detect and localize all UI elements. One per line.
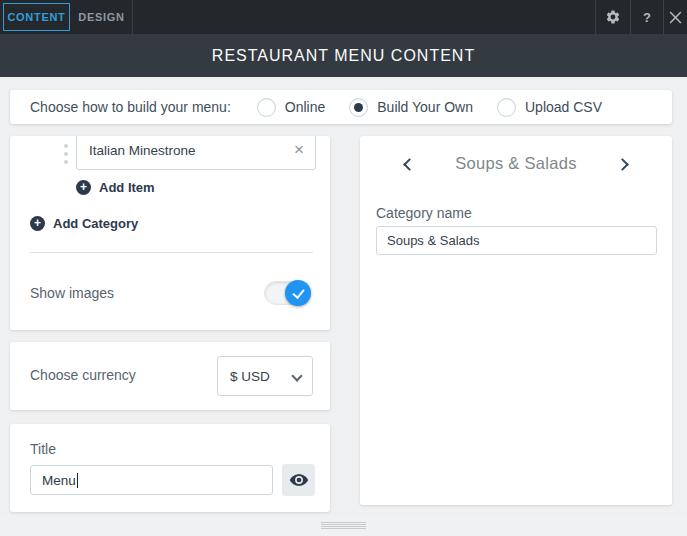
title-input-value: Menu xyxy=(42,473,76,488)
radio-option-online[interactable]: Online xyxy=(257,98,325,117)
title-input[interactable]: Menu xyxy=(30,465,273,495)
category-panel-card: Soups & Salads Category name xyxy=(360,136,672,505)
plus-icon: + xyxy=(30,216,45,231)
eye-icon xyxy=(289,470,309,490)
menu-builder-card: × + Add Item + Add Category Show images xyxy=(10,136,330,330)
tab-content[interactable]: CONTENT xyxy=(3,3,70,31)
toggle-knob xyxy=(285,280,311,306)
currency-label: Choose currency xyxy=(30,367,136,383)
radio-icon xyxy=(497,98,516,117)
title-label: Title xyxy=(30,441,56,457)
text-caret xyxy=(77,473,78,488)
plus-icon: + xyxy=(76,180,91,195)
radio-option-build-your-own[interactable]: Build Your Own xyxy=(349,98,473,117)
add-category-button[interactable]: + Add Category xyxy=(30,216,138,231)
add-item-button[interactable]: + Add Item xyxy=(76,180,155,195)
check-icon xyxy=(292,286,304,299)
item-name-input[interactable] xyxy=(76,136,316,170)
tab-design[interactable]: DESIGN xyxy=(71,0,133,34)
close-icon xyxy=(669,11,682,24)
widget-header: RESTAURANT MENU CONTENT xyxy=(0,34,687,77)
drag-handle-icon[interactable] xyxy=(64,144,68,168)
close-button[interactable] xyxy=(663,0,687,34)
currency-select[interactable]: $ USD xyxy=(217,356,313,396)
question-mark-icon: ? xyxy=(643,10,651,25)
help-button[interactable]: ? xyxy=(630,0,663,34)
show-images-label: Show images xyxy=(30,285,114,301)
radio-icon xyxy=(257,98,276,117)
radio-selected-icon xyxy=(349,98,368,117)
preview-title-button[interactable] xyxy=(282,464,315,496)
widget-title: RESTAURANT MENU CONTENT xyxy=(212,47,475,65)
category-name-label: Category name xyxy=(376,205,472,221)
currency-selected-value: $ USD xyxy=(230,369,270,384)
show-images-toggle[interactable] xyxy=(264,281,310,305)
clear-item-icon[interactable]: × xyxy=(291,141,307,159)
top-tab-bar: CONTENT DESIGN ? xyxy=(0,0,687,34)
resize-grip[interactable] xyxy=(321,522,366,530)
widget-editor-window: CONTENT DESIGN ? RESTAURANT MENU CONTENT… xyxy=(0,0,687,536)
category-name-input[interactable] xyxy=(376,226,657,255)
divider xyxy=(30,252,313,253)
settings-button[interactable] xyxy=(595,0,630,34)
chevron-down-icon xyxy=(291,370,302,381)
build-mode-label: Choose how to build your menu: xyxy=(30,99,231,115)
title-card: Title Menu xyxy=(10,424,330,512)
radio-option-upload-csv[interactable]: Upload CSV xyxy=(497,98,602,117)
currency-card: Choose currency $ USD xyxy=(10,342,330,410)
build-mode-bar: Choose how to build your menu: Online Bu… xyxy=(10,90,672,124)
gear-icon xyxy=(605,9,621,25)
